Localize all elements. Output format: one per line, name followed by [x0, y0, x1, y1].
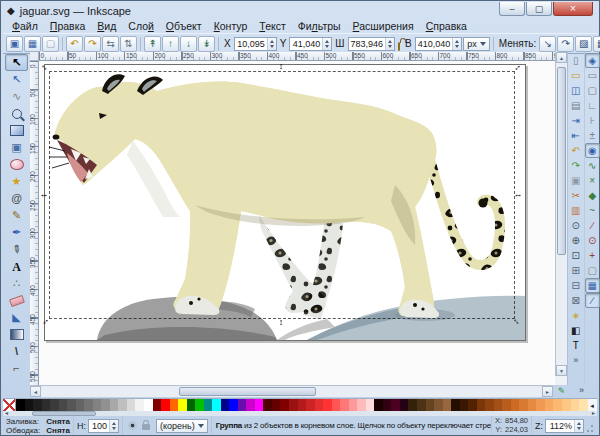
menu-text[interactable]: Текст [253, 20, 291, 32]
rotate-cw-button[interactable]: ↷ [84, 36, 101, 52]
scale-handle-e[interactable]: ↔ [514, 190, 523, 199]
tool-spiral[interactable]: @ [5, 190, 28, 207]
snap-grid-toggle[interactable]: ▦ [585, 278, 600, 293]
scroll-up-button[interactable]: ▲ [556, 52, 567, 63]
lock-ratio-icon[interactable] [398, 42, 400, 51]
snap-nodes-toggle[interactable]: ◉ [585, 143, 600, 158]
vertical-ruler[interactable]: 050100150200250300350400450500550 [30, 61, 39, 385]
snap-paths-toggle[interactable]: ∿ [585, 158, 600, 173]
fill-stroke-indicator[interactable]: Заливка: Снята Обводка: Снята [3, 416, 74, 435]
horizontal-scrollbar[interactable]: ◄ ► [30, 385, 553, 397]
layer-visibility-icon[interactable] [128, 421, 137, 430]
select-all-button[interactable]: ▣ [6, 36, 23, 52]
minimize-button[interactable]: – [499, 2, 525, 16]
snap-enable-toggle[interactable]: ◈ [585, 53, 600, 68]
snap-cusp-nodes-toggle[interactable]: ◆ [585, 188, 600, 203]
horizontal-scroll-track[interactable] [41, 386, 542, 397]
import-button[interactable]: ⇥ [568, 113, 583, 128]
tool-tweak[interactable]: ∿ [5, 88, 28, 105]
menu-help[interactable]: Справка [420, 20, 473, 32]
close-button[interactable]: × [553, 2, 593, 16]
scroll-down-button[interactable]: ▼ [556, 365, 567, 376]
menu-layer[interactable]: Слой [122, 20, 160, 32]
affect-patterns-toggle[interactable]: ▦ [593, 36, 600, 52]
raise-button[interactable]: ↑ [162, 36, 179, 52]
maximize-button[interactable]: ▢ [526, 2, 552, 16]
jaguar-drawing[interactable] [45, 65, 525, 340]
affect-gradients-toggle[interactable]: ▨ [575, 36, 592, 52]
lower-to-bottom-button[interactable]: ↡ [198, 36, 215, 52]
snap-line-midpoints-toggle[interactable]: ∕ [585, 218, 600, 233]
tool-gradient[interactable] [5, 326, 28, 343]
menu-view[interactable]: Вид [91, 20, 122, 32]
snap-bbox-centers-toggle[interactable]: ± [585, 128, 600, 143]
height-spinner[interactable] [452, 38, 461, 50]
save-button[interactable]: ◫ [568, 83, 583, 98]
snap-bbox-corners-toggle[interactable]: ∟ [585, 98, 600, 113]
scroll-left-button[interactable]: ◄ [30, 386, 41, 397]
ruler-corner[interactable] [30, 52, 39, 61]
menu-extensions[interactable]: Расширения [347, 20, 420, 32]
vertical-scroll-thumb[interactable] [557, 67, 566, 255]
y-spinner[interactable] [322, 38, 331, 50]
tool-zoom[interactable] [5, 105, 28, 122]
affect-stroke-toggle[interactable]: ↘ [539, 36, 556, 52]
snap-page-border-toggle[interactable]: ▢ [585, 263, 600, 278]
opacity-spinner[interactable] [109, 420, 118, 432]
snap-smooth-nodes-toggle[interactable]: ~ [585, 203, 600, 218]
tool-3dbox[interactable]: ▣ [5, 139, 28, 156]
lower-button[interactable]: ↓ [180, 36, 197, 52]
menu-path[interactable]: Контур [208, 20, 254, 32]
x-spinner[interactable] [267, 38, 276, 50]
select-original-button[interactable]: ∗ [568, 308, 583, 323]
scale-handle-s[interactable]: ↕ [279, 318, 284, 327]
horizontal-scroll-thumb[interactable] [179, 387, 316, 396]
copy-button[interactable]: ▣ [568, 173, 583, 188]
zoom-spinner[interactable] [574, 420, 583, 432]
layer-lock-icon[interactable] [142, 424, 150, 430]
snap-object-centers-toggle[interactable]: ⊙ [585, 233, 600, 248]
tool-connector[interactable]: ⌐ [5, 360, 28, 377]
tool-pencil[interactable]: ✎ [5, 207, 28, 224]
title-bar[interactable]: ◆ jaguar.svg — Inkscape – ▢ × [3, 2, 597, 19]
canvas-viewport[interactable]: ↔ ↔ ↔ ↔ ↕ ↕ ↔ ↔ [39, 61, 555, 385]
color-managed-view-icon[interactable]: ✎ [555, 385, 568, 397]
zoom-field[interactable]: 112% [545, 419, 584, 433]
menu-object[interactable]: Объект [160, 20, 208, 32]
zoom-selection-button[interactable]: ⊙ [568, 218, 583, 233]
flip-horizontal-button[interactable]: ⇆ [102, 36, 119, 52]
height-field[interactable]: 410,040 [415, 37, 463, 51]
x-field[interactable]: 10,095 [234, 37, 277, 51]
open-document-button[interactable]: ▭ [568, 68, 583, 83]
vertical-scrollbar[interactable]: ▲ ▼ [555, 52, 567, 376]
zoom-page-button[interactable]: ⊡ [568, 248, 583, 263]
tool-bezier-pen[interactable]: ✒ [5, 224, 28, 241]
undo-button[interactable]: ↶ [568, 143, 583, 158]
resize-grip[interactable] [586, 419, 594, 433]
scroll-right-button[interactable]: ► [542, 386, 553, 397]
raise-to-top-button[interactable]: ↟ [144, 36, 161, 52]
cut-button[interactable]: ✂ [568, 188, 583, 203]
export-button[interactable]: ⇤ [568, 128, 583, 143]
menu-edit[interactable]: Правка [44, 20, 91, 32]
tool-calligraphy[interactable]: ✎ [5, 241, 28, 258]
text-dialog-button[interactable]: T [568, 338, 583, 353]
tool-paint-bucket[interactable]: ◣ [5, 309, 28, 326]
snap-bbox-toggle[interactable]: ▭ [585, 68, 600, 83]
snap-edge-midpoints-toggle[interactable]: ⊦ [585, 113, 600, 128]
layer-dropdown[interactable]: (корень) [156, 419, 208, 433]
flip-vertical-button[interactable]: ⇅ [120, 36, 137, 52]
scale-handle-w[interactable]: ↔ [40, 190, 49, 199]
snapbar-overflow[interactable]: » [579, 385, 584, 395]
new-document-button[interactable]: ▯ [568, 53, 583, 68]
y-field[interactable]: 41,040 [289, 37, 332, 51]
snap-guides-toggle[interactable]: ∕ [585, 293, 600, 308]
tool-node-editor[interactable]: ↖ [5, 71, 28, 88]
tool-spray[interactable]: ∴ [5, 275, 28, 292]
rotate-ccw-button[interactable]: ↶ [66, 36, 83, 52]
horizontal-ruler[interactable]: 0501001502002503003504004505005506006507… [39, 52, 555, 61]
deselect-button[interactable]: ▢ [42, 36, 59, 52]
snap-bbox-edges-toggle[interactable]: ▢ [585, 83, 600, 98]
tool-ellipse[interactable] [5, 156, 28, 173]
create-clone-button[interactable]: ⊟ [568, 278, 583, 293]
